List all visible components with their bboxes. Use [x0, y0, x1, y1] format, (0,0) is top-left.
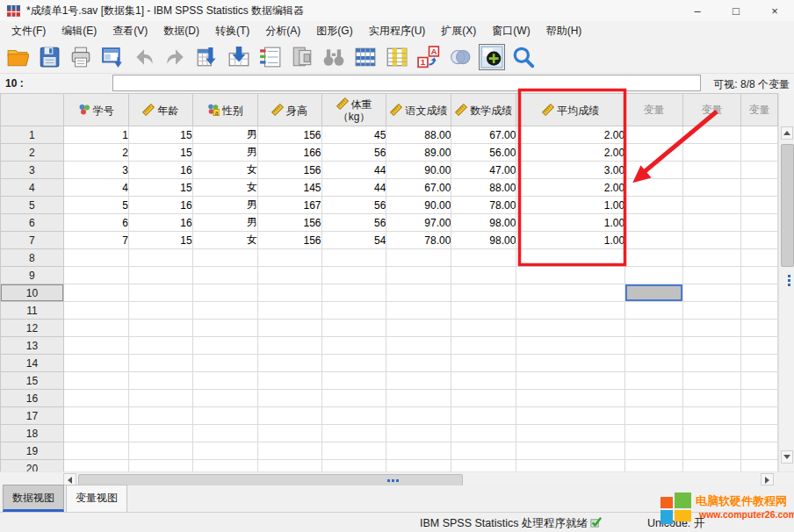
column-header-var-1[interactable]: 变量 [625, 94, 683, 126]
scroll-left-button[interactable] [63, 473, 76, 485]
cell-r3-c0[interactable]: 3 [63, 162, 128, 179]
find-button[interactable] [321, 44, 347, 70]
cell-r18-c10[interactable] [740, 425, 777, 442]
cell-r18-c9[interactable] [683, 425, 741, 442]
print-button[interactable] [68, 44, 94, 70]
cell-r6-c0[interactable]: 6 [63, 214, 128, 232]
variables-button[interactable] [257, 44, 284, 70]
cell-r4-c10[interactable] [740, 179, 777, 197]
cell-r7-c0[interactable]: 7 [63, 232, 128, 249]
cell-r16-c6[interactable] [451, 390, 516, 407]
cell-r7-c1[interactable]: 15 [128, 232, 192, 249]
cell-r3-c1[interactable]: 16 [128, 162, 192, 179]
cell-r12-c2[interactable] [192, 320, 257, 337]
cell-editor-input[interactable] [112, 75, 701, 91]
cell-r11-c1[interactable] [128, 302, 192, 320]
cell-r10-c3[interactable] [257, 284, 321, 302]
cell-r10-c9[interactable] [683, 284, 741, 302]
cell-r8-c7[interactable] [516, 249, 625, 267]
cell-r9-c2[interactable] [192, 267, 257, 284]
cell-r8-c10[interactable] [740, 249, 777, 267]
show-all-variables-button[interactable] [479, 44, 505, 70]
cell-r18-c8[interactable] [625, 425, 683, 442]
cell-r9-c4[interactable] [321, 267, 386, 284]
cell-r5-c8[interactable] [625, 197, 683, 214]
cell-r18-c6[interactable] [451, 425, 516, 442]
vertical-scrollbar[interactable] [778, 93, 794, 471]
tab-variable-view[interactable]: 变量视图 [66, 485, 127, 512]
file-info-button[interactable] [289, 44, 315, 70]
cell-r1-c5[interactable]: 88.00 [386, 126, 451, 144]
cell-r2-c3[interactable]: 166 [257, 144, 321, 162]
cell-r4-c2[interactable]: 女 [192, 179, 257, 197]
cell-r1-c7[interactable]: 2.00 [516, 126, 625, 144]
cell-r10-c10[interactable] [740, 284, 777, 302]
cell-r12-c8[interactable] [625, 320, 683, 337]
cell-r7-c5[interactable]: 78.00 [386, 232, 451, 249]
cell-r18-c1[interactable] [128, 425, 192, 442]
column-header-chinese-score[interactable]: 语文成绩 [386, 94, 451, 126]
use-variable-sets-button[interactable] [447, 44, 473, 70]
cell-r6-c5[interactable]: 97.00 [386, 214, 451, 232]
menu-item-file[interactable]: 文件(F) [4, 21, 54, 41]
cell-r6-c8[interactable] [625, 214, 683, 232]
cell-r15-c1[interactable] [128, 372, 192, 390]
menu-item-transform[interactable]: 转换(T) [207, 21, 257, 41]
cell-r9-c7[interactable] [516, 267, 625, 284]
cell-r13-c9[interactable] [683, 337, 741, 355]
cell-r7-c10[interactable] [740, 232, 777, 249]
cell-r6-c9[interactable] [683, 214, 741, 232]
cell-r14-c9[interactable] [683, 355, 741, 372]
cell-r8-c0[interactable] [63, 249, 128, 267]
cell-r16-c2[interactable] [192, 390, 257, 407]
cell-r7-c6[interactable]: 98.00 [451, 232, 516, 249]
cell-r2-c10[interactable] [740, 144, 777, 162]
cell-r6-c6[interactable]: 98.00 [451, 214, 516, 232]
cell-r20-c7[interactable] [516, 460, 625, 472]
row-header-4[interactable]: 4 [1, 179, 64, 197]
cell-r18-c0[interactable] [63, 425, 128, 442]
cell-r13-c10[interactable] [740, 337, 777, 355]
cell-r8-c4[interactable] [321, 249, 386, 267]
row-header-17[interactable]: 17 [1, 407, 64, 425]
cell-r9-c10[interactable] [740, 267, 777, 284]
cell-r17-c7[interactable] [516, 407, 625, 425]
cell-r14-c6[interactable] [451, 355, 516, 372]
cell-r2-c0[interactable]: 2 [63, 144, 128, 162]
cell-r19-c7[interactable] [516, 442, 625, 460]
cell-r12-c10[interactable] [740, 320, 777, 337]
cell-r2-c1[interactable]: 15 [128, 144, 192, 162]
cell-r17-c8[interactable] [625, 407, 683, 425]
cell-r9-c3[interactable] [257, 267, 321, 284]
cell-r9-c5[interactable] [386, 267, 451, 284]
value-labels-button[interactable]: A1 [415, 44, 442, 70]
undo-button[interactable] [131, 44, 157, 70]
cell-r4-c0[interactable]: 4 [63, 179, 128, 197]
row-header-13[interactable]: 13 [1, 337, 64, 355]
column-header-weight[interactable]: 体重（kg） [321, 94, 386, 126]
cell-r18-c4[interactable] [321, 425, 386, 442]
cell-r2-c9[interactable] [683, 144, 741, 162]
cell-r3-c5[interactable]: 90.00 [386, 162, 451, 179]
cell-r8-c3[interactable] [257, 249, 321, 267]
cell-r11-c10[interactable] [740, 302, 777, 320]
cell-r12-c5[interactable] [386, 320, 451, 337]
cell-r15-c8[interactable] [625, 372, 683, 390]
cell-r5-c5[interactable]: 90.00 [386, 197, 451, 214]
cell-r11-c7[interactable] [516, 302, 625, 320]
cell-r14-c4[interactable] [321, 355, 386, 372]
cell-r9-c9[interactable] [683, 267, 741, 284]
spell-check-button[interactable] [510, 44, 537, 70]
menu-item-view[interactable]: 查看(V) [105, 21, 155, 41]
cell-r6-c7[interactable]: 1.00 [516, 214, 625, 232]
cell-r20-c9[interactable] [683, 460, 741, 472]
cell-r18-c5[interactable] [386, 425, 451, 442]
cell-r5-c2[interactable]: 男 [192, 197, 257, 214]
row-header-5[interactable]: 5 [1, 197, 64, 214]
cell-r6-c4[interactable]: 56 [321, 214, 386, 232]
cell-r20-c5[interactable] [386, 460, 451, 472]
cell-r3-c2[interactable]: 女 [192, 162, 257, 179]
cell-r4-c4[interactable]: 44 [321, 179, 386, 197]
cell-r6-c1[interactable]: 16 [128, 214, 192, 232]
cell-r3-c6[interactable]: 47.00 [451, 162, 516, 179]
